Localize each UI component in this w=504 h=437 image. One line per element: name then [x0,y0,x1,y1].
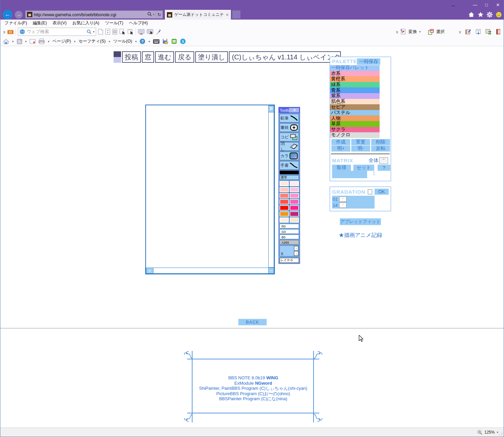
web-search-box[interactable]: ウェブ検索 ▾ [18,28,96,36]
color-swatch[interactable] [279,205,289,211]
tool-copy-button[interactable]: コピ [279,133,299,141]
palette-save-button[interactable]: 一時保存 [357,58,380,65]
palette-row[interactable]: 赤系 [330,71,380,77]
home-icon[interactable] [468,12,474,17]
search-caret-icon[interactable]: ▾ [93,30,95,33]
feedback-smiley-icon[interactable] [496,12,502,18]
color-swatch[interactable] [290,193,299,198]
color-swatch[interactable] [279,181,289,186]
color-swatch[interactable] [279,217,289,223]
toolbar-close-icon[interactable]: ✕ [289,108,299,112]
page-menu[interactable]: ページ(P) [53,38,71,44]
color-swatch[interactable] [290,199,299,204]
palette-row[interactable]: パステル [330,110,380,116]
gradation-ok-button[interactable]: OK [375,189,389,195]
current-color-swatch[interactable] [279,170,299,174]
color-swatch[interactable] [290,205,299,211]
vertical-scrollbar[interactable] [268,112,274,268]
color-swatch[interactable] [290,217,299,223]
resize-grip[interactable] [499,432,503,436]
search-placeholder[interactable]: ウェブ検索 [27,29,85,35]
favorites-save-icon[interactable] [162,38,168,44]
palette-row[interactable]: サクラ [330,127,380,133]
palette-row[interactable]: セピア [330,104,380,110]
paint-mode-button[interactable]: 通常 [279,175,299,180]
tools-caret-icon[interactable]: ▾ [135,40,137,43]
eyedropper-icon[interactable] [155,29,161,35]
palette-action-button[interactable]: 削除 [371,139,390,145]
notebook-icon[interactable] [496,29,501,35]
home-page-icon[interactable] [3,39,9,44]
panel-toggle-button[interactable]: P [268,105,274,112]
color-swatch[interactable] [290,211,299,217]
print-icon[interactable] [38,38,45,44]
drawing-canvas[interactable] [146,105,268,268]
color-swatch[interactable] [279,211,289,217]
rgba-slider[interactable]: R0 [279,224,299,228]
spinner-down-icon[interactable]: ↓ [294,251,298,256]
applet-header-button[interactable]: 塗り潰し [195,51,228,63]
note-send-icon[interactable] [485,29,492,35]
zoom-out-button[interactable]: − [268,268,274,274]
skype-icon[interactable]: S [180,38,186,44]
help-icon[interactable]: ? [140,38,145,44]
select-region-icon[interactable] [119,29,125,35]
palette-action-button[interactable]: 明- [351,145,370,152]
select-window-icon[interactable] [127,29,134,35]
back-button[interactable]: ← [3,10,12,20]
home-caret-icon[interactable]: ▾ [12,40,14,43]
print-caret-icon[interactable]: ▾ [48,40,50,43]
toolbar-panel-titlebar[interactable]: Toolba ✕ [279,107,300,113]
matrix-get-button[interactable]: 取得 [332,165,351,171]
menu-item[interactable]: ツール(T) [105,20,123,26]
color-swatch[interactable] [279,187,289,192]
rgba-slider[interactable]: G0 [279,229,299,234]
rss-feed-icon[interactable] [17,39,22,44]
palette-row[interactable]: 草原 [330,121,380,127]
matrix-spinner-icons[interactable]: ▲▼ [372,171,376,176]
palette-row[interactable]: 黄橙系 [330,76,380,82]
settings-gear-icon[interactable] [487,12,493,18]
rss-caret-icon[interactable]: ▾ [25,40,27,43]
url-text[interactable]: http://www.gameha.com/b/oeb/bbsnote.cgi [34,12,146,17]
menu-item[interactable]: 編集(E) [33,20,47,26]
color-swatch[interactable] [290,181,299,186]
tab-close-icon[interactable]: ✕ [226,12,229,17]
forward-button[interactable]: → [15,11,23,19]
gradation-select-1[interactable]: ˇ [339,196,347,202]
menu-item[interactable]: 表示(V) [53,20,67,26]
thumbnail-page-icon[interactable] [112,29,117,35]
applet-header-button[interactable]: 進む [155,51,174,63]
palette-action-button[interactable]: 反転 [371,145,390,152]
close-button[interactable]: ✕ [492,1,504,9]
applet-fit-button[interactable]: アプレットフィット [340,218,381,225]
monitor-icon[interactable] [138,29,145,35]
tool-pencil-button[interactable]: 鉛筆 [279,114,299,122]
update-page-icon[interactable] [105,29,110,35]
page-back-button[interactable]: BACK [238,319,267,325]
close-toolbar-icon[interactable]: x [3,29,5,34]
search-magnifier-icon[interactable] [87,29,91,34]
palette-row[interactable]: 青系 [330,87,380,93]
safety-caret-icon[interactable]: ▾ [109,40,110,43]
matrix-help-button[interactable]: ? [378,165,390,171]
convert-caret-icon[interactable]: ▾ [419,30,421,33]
palette-row[interactable]: 人物 [330,115,380,121]
applet-header-button[interactable]: 戻る [175,51,194,63]
gradation-checkbox[interactable] [368,189,372,194]
messenger-icon[interactable] [171,38,177,44]
anime-record-link[interactable]: ★描画アニメ記録 [330,232,391,239]
zoom-magnifier-icon[interactable] [477,430,482,435]
addon-select-label[interactable]: 選択 [436,29,445,35]
read-mail-icon[interactable] [30,39,35,44]
address-bar[interactable]: http://www.gameha.com/b/oeb/bbsnote.cgi … [25,10,163,19]
search-options-caret-icon[interactable]: ▾ [153,13,155,16]
palette-action-button[interactable]: 変更 [351,139,370,145]
tools-menu[interactable]: ツール(O) [113,38,132,44]
zoom-level[interactable]: 125% [484,430,495,435]
spinner-up-icon[interactable]: ↑ [294,246,298,251]
palette-row[interactable]: 紫系 [330,93,380,99]
palette-row[interactable]: 一時保存パレット [330,65,380,71]
palette-action-button[interactable]: 作成 [331,139,350,145]
rgba-slider[interactable]: A255 [279,240,299,245]
